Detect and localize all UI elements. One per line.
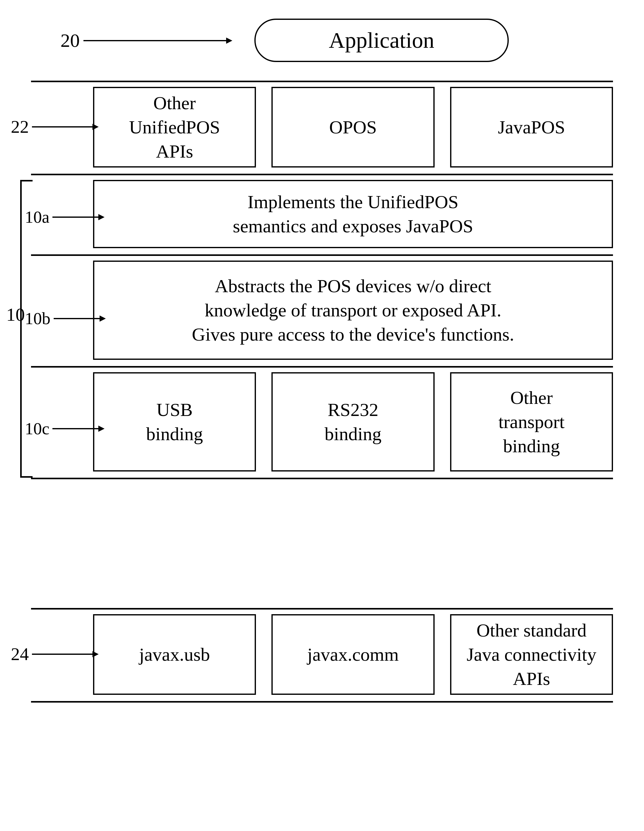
javax-usb-label: javax.usb: [139, 642, 210, 667]
other-transport-label: Othertransportbinding: [499, 385, 564, 458]
javax-comm-box: javax.comm: [271, 614, 434, 695]
rs232-binding-box: RS232binding: [271, 372, 434, 471]
ref-22: 22: [11, 116, 29, 137]
label-24-group: 24: [11, 644, 103, 664]
ref-10a: 10a: [25, 207, 49, 227]
implements-box: Implements the UnifiedPOSsemantics and e…: [93, 180, 613, 248]
usb-binding-box: USBbinding: [93, 372, 256, 471]
ref-10: 10: [6, 304, 25, 325]
opos-box: OPOS: [271, 87, 434, 167]
ref-20: 20: [61, 29, 80, 51]
other-transport-box: Othertransportbinding: [450, 372, 613, 471]
ref-10b: 10b: [25, 309, 51, 328]
abstracts-box: Abstracts the POS devices w/o directknow…: [93, 261, 613, 360]
separator-3: [31, 254, 613, 256]
javax-usb-box: javax.usb: [93, 614, 256, 695]
arrow-22: [32, 121, 103, 132]
other-java-box: Other standardJava connectivityAPIs: [450, 614, 613, 695]
row-22: OtherUnifiedPOSAPIs OPOS JavaPOS: [93, 87, 613, 167]
separator-6: [31, 608, 613, 610]
arrow-24: [32, 649, 103, 660]
label-20-group: 20: [61, 29, 239, 51]
abstracts-label: Abstracts the POS devices w/o directknow…: [192, 274, 514, 347]
other-unifiedpos-label: OtherUnifiedPOSAPIs: [129, 91, 220, 164]
ref-10c: 10c: [25, 419, 49, 438]
rs232-binding-label: RS232binding: [325, 398, 381, 446]
separator-7: [31, 701, 613, 702]
usb-binding-label: USBbinding: [146, 398, 203, 446]
separator-2: [31, 174, 613, 175]
implements-label: Implements the UnifiedPOSsemantics and e…: [233, 190, 473, 238]
javax-comm-label: javax.comm: [308, 642, 399, 667]
separator-1: [31, 81, 613, 82]
svg-marker-1: [226, 38, 232, 44]
separator-5: [31, 478, 613, 479]
row-10a: Implements the UnifiedPOSsemantics and e…: [93, 180, 613, 248]
label-22-group: 22: [11, 116, 103, 137]
arrow-20: [83, 34, 239, 47]
separator-4: [31, 366, 613, 368]
other-java-label: Other standardJava connectivityAPIs: [467, 618, 596, 691]
opos-label: OPOS: [329, 115, 376, 139]
other-unifiedpos-box: OtherUnifiedPOSAPIs: [93, 87, 256, 167]
row-10c: USBbinding RS232binding Othertransportbi…: [93, 372, 613, 471]
row-24: javax.usb javax.comm Other standardJava …: [93, 614, 613, 695]
javapos-label: JavaPOS: [498, 115, 565, 139]
row-10b: Abstracts the POS devices w/o directknow…: [93, 261, 613, 360]
javapos-box: JavaPOS: [450, 87, 613, 167]
application-box: Application: [254, 19, 509, 62]
ref-24: 24: [11, 644, 29, 664]
application-label: Application: [329, 28, 434, 53]
